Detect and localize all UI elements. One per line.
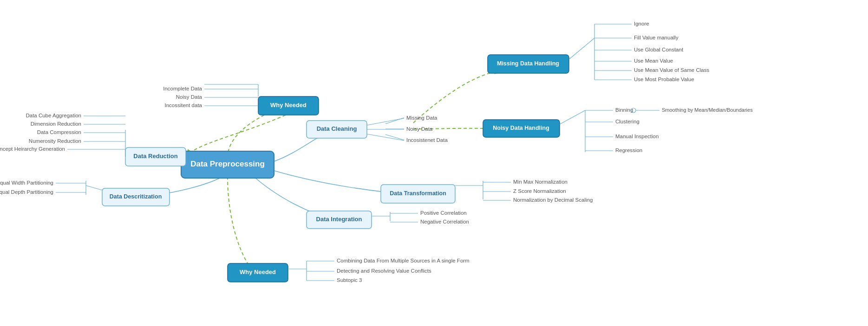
missing-data-handling-label: Missing Data Handling — [497, 60, 559, 67]
leaf-probable-value: Use Most Probable Value — [634, 77, 694, 82]
leaf-fill-value: Fill Value manually — [634, 35, 679, 40]
leaf-subtopic3: Subtopic 3 — [337, 277, 362, 283]
leaf-negative-correlation: Negative Correlation — [420, 219, 469, 224]
leaf-detecting-resolving: Detecting and Resolving Value Conflicts — [337, 268, 431, 274]
leaf-clustering: Clustering — [615, 119, 640, 124]
leaf-global-constant: Use Global Constant — [634, 47, 684, 52]
leaf-binning: Binning — [615, 107, 633, 113]
leaf-dimension-reduction: Dimension Reduction — [31, 121, 81, 127]
leaf-incomplete-data: Incomplete Data — [163, 86, 202, 91]
leaf-data-cube: Data Cube Aggregation — [26, 113, 81, 118]
leaf-positive-correlation: Positive Correlation — [420, 210, 467, 216]
leaf-mean-same-class: Use Mean Value of Same Class — [634, 67, 709, 73]
leaf-data-compression: Data Compression — [37, 129, 81, 135]
center-label: Data Preprocessing — [190, 160, 265, 168]
leaf-numerosity-reduction: Numerosity Reduction — [29, 138, 81, 144]
noisy-data-handling-label: Noisy Data Handling — [493, 125, 549, 131]
leaf-decimal-scaling: Normalization by Decimal Scaling — [513, 197, 593, 203]
leaf-incossitent-data: Incossitent data — [164, 102, 202, 108]
conn-why-top-reduction — [186, 115, 286, 157]
leaf-noisy-data-why: Noisy Data — [176, 94, 202, 100]
data-integration-label: Data Integration — [316, 216, 362, 223]
leaf-manual-inspection: Manual Inspection — [615, 134, 659, 139]
data-transformation-label: Data Transformation — [390, 190, 446, 197]
leaf-combining-data: Combining Data From Multiple Sources in … — [337, 258, 470, 263]
leaf-min-max: Min Max Normalization — [513, 179, 568, 185]
leaf-smoothing: Smoothing by Mean/Median/Boundaries — [662, 107, 753, 113]
data-descritization-label: Data Descritization — [110, 193, 162, 200]
conn-dd-v — [86, 185, 102, 190]
leaf-equal-depth: Equal Depth Partitioning — [0, 189, 53, 195]
leaf-mean-value: Use Mean Value — [634, 58, 673, 64]
leaf-missing-data: Missing Data — [406, 115, 437, 121]
data-cleaning-label: Data Cleaning — [317, 125, 357, 132]
conn-center-why-bottom — [228, 176, 255, 274]
why-needed-bottom-label: Why Needed — [240, 268, 276, 275]
conn-cleaning-missing-line — [367, 118, 404, 125]
why-needed-top-label: Why Needed — [270, 102, 307, 109]
leaf-regression: Regression — [615, 147, 642, 153]
leaf-concept-hierarchy: Descritization Concept Heirarchy Generat… — [0, 146, 65, 152]
conn-cleaning-inconsistent — [385, 134, 404, 140]
leaf-ignore: Ignore — [634, 21, 649, 26]
leaf-incosistenet-data: Incosistenet Data — [406, 137, 448, 143]
conn-mdh-v — [569, 38, 594, 59]
conn-cleaning-incosi-line — [367, 134, 404, 141]
conn-ndh-v — [560, 110, 585, 124]
leaf-zscore: Z Score Normalization — [513, 188, 566, 194]
leaf-equal-width: Equal Width Partitioning — [0, 180, 53, 185]
data-reduction-label: Data Reduction — [133, 153, 177, 160]
mind-map: Data Preprocessing Why Needed Incomplete… — [0, 0, 868, 326]
leaf-noisy-data: Noisy Data — [406, 126, 433, 132]
